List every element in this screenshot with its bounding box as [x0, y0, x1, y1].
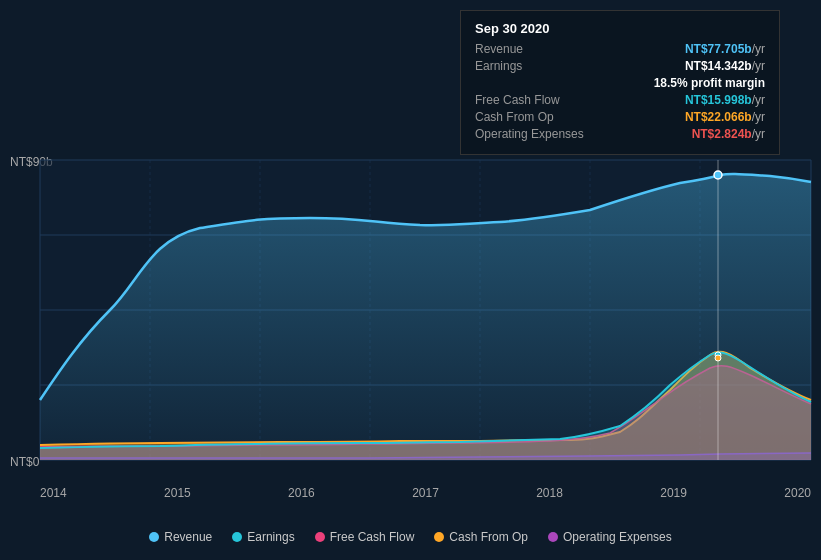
legend-item-revenue[interactable]: Revenue [149, 530, 212, 544]
svg-point-15 [714, 171, 722, 179]
tooltip-revenue-row: Revenue NT$77.705b/yr [475, 42, 765, 56]
tooltip-earnings-label: Earnings [475, 59, 522, 73]
tooltip-revenue-label: Revenue [475, 42, 523, 56]
svg-point-17 [715, 355, 721, 361]
x-tick-2019: 2019 [660, 486, 687, 500]
legend-label-opex: Operating Expenses [563, 530, 672, 544]
tooltip-earnings-value: NT$14.342b/yr [685, 59, 765, 73]
legend-label-cashfromop: Cash From Op [449, 530, 528, 544]
tooltip-fcf-label: Free Cash Flow [475, 93, 560, 107]
legend-dot-opex [548, 532, 558, 542]
legend: Revenue Earnings Free Cash Flow Cash Fro… [0, 530, 821, 544]
x-axis: 2014 2015 2016 2017 2018 2019 2020 [40, 486, 811, 500]
tooltip-earnings-row: Earnings NT$14.342b/yr [475, 59, 765, 73]
x-tick-2016: 2016 [288, 486, 315, 500]
tooltip-cashfromop-row: Cash From Op NT$22.066b/yr [475, 110, 765, 124]
tooltip-fcf-value: NT$15.998b/yr [685, 93, 765, 107]
legend-dot-revenue [149, 532, 159, 542]
legend-dot-cashfromop [434, 532, 444, 542]
tooltip-opex-value: NT$2.824b/yr [692, 127, 765, 141]
tooltip-cashfromop-value: NT$22.066b/yr [685, 110, 765, 124]
legend-item-earnings[interactable]: Earnings [232, 530, 294, 544]
tooltip-revenue-value: NT$77.705b/yr [685, 42, 765, 56]
legend-label-fcf: Free Cash Flow [330, 530, 415, 544]
tooltip-margin-row: 18.5% profit margin [475, 76, 765, 90]
x-tick-2018: 2018 [536, 486, 563, 500]
tooltip-opex-row: Operating Expenses NT$2.824b/yr [475, 127, 765, 141]
x-tick-2020: 2020 [784, 486, 811, 500]
x-tick-2017: 2017 [412, 486, 439, 500]
legend-dot-fcf [315, 532, 325, 542]
x-tick-2014: 2014 [40, 486, 67, 500]
legend-item-fcf[interactable]: Free Cash Flow [315, 530, 415, 544]
legend-label-revenue: Revenue [164, 530, 212, 544]
tooltip-opex-label: Operating Expenses [475, 127, 584, 141]
tooltip-box: Sep 30 2020 Revenue NT$77.705b/yr Earnin… [460, 10, 780, 155]
chart-container: Sep 30 2020 Revenue NT$77.705b/yr Earnin… [0, 0, 821, 560]
legend-item-opex[interactable]: Operating Expenses [548, 530, 672, 544]
x-tick-2015: 2015 [164, 486, 191, 500]
tooltip-date: Sep 30 2020 [475, 21, 765, 36]
legend-dot-earnings [232, 532, 242, 542]
tooltip-cashfromop-label: Cash From Op [475, 110, 554, 124]
legend-label-earnings: Earnings [247, 530, 294, 544]
tooltip-margin-value: 18.5% profit margin [654, 76, 765, 90]
tooltip-fcf-row: Free Cash Flow NT$15.998b/yr [475, 93, 765, 107]
legend-item-cashfromop[interactable]: Cash From Op [434, 530, 528, 544]
